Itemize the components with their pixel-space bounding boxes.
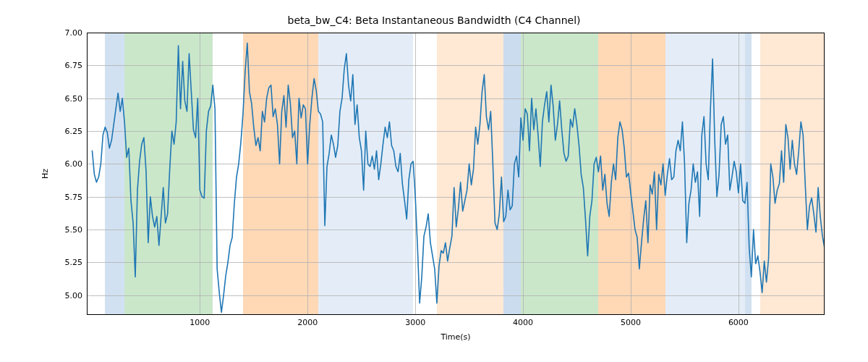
chart-title: beta_bw_C4: Beta Instantaneous Bandwidth…	[0, 14, 868, 26]
x-tick-label: 4000	[513, 318, 533, 327]
y-tick-label: 5.25	[65, 258, 83, 267]
x-axis-label: Time(s)	[441, 332, 470, 342]
figure: beta_bw_C4: Beta Instantaneous Bandwidth…	[0, 0, 868, 362]
x-tick-label: 1000	[190, 318, 210, 327]
x-tick-label: 6000	[728, 318, 749, 327]
y-tick-label: 5.50	[65, 225, 83, 235]
axes: Time(s) Hz 1000200030004000500060005.005…	[87, 33, 825, 315]
x-tick-label: 3000	[405, 318, 425, 327]
line-series	[87, 33, 825, 315]
y-axis-label: Hz	[41, 169, 50, 179]
plot-area	[87, 33, 825, 315]
y-tick-label: 6.00	[65, 159, 83, 169]
y-tick-label: 7.00	[65, 28, 83, 38]
y-tick-label: 5.00	[65, 290, 83, 300]
y-tick-label: 6.25	[65, 127, 83, 136]
y-tick-label: 6.75	[65, 61, 83, 70]
x-tick-label: 5000	[621, 318, 641, 327]
y-tick-label: 6.50	[65, 93, 83, 103]
y-tick-label: 5.75	[65, 192, 83, 201]
x-tick-label: 2000	[297, 318, 318, 327]
